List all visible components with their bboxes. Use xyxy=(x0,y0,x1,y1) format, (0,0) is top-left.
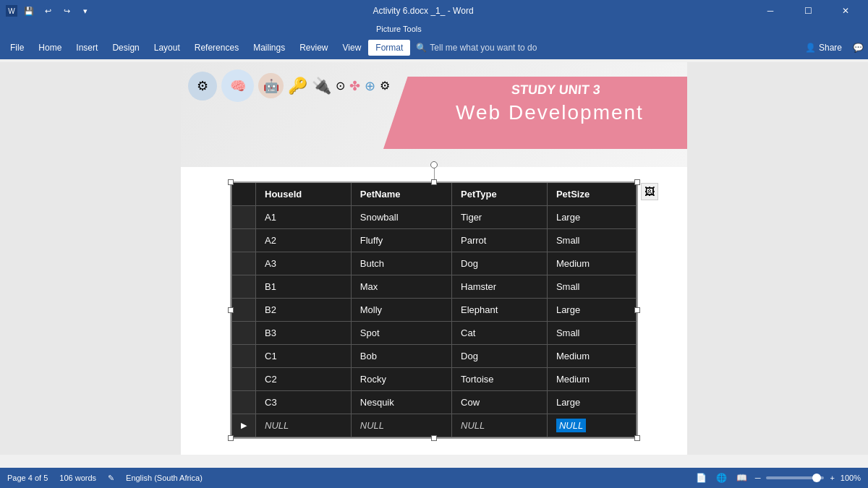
word-count: 106 words xyxy=(59,474,96,482)
cell-petsize: Large xyxy=(547,391,636,414)
tell-me-box[interactable]: 🔍 xyxy=(416,43,545,53)
col-petname: PetName xyxy=(351,183,451,206)
row-number xyxy=(232,391,256,414)
undo-button[interactable]: ↩ xyxy=(41,4,55,18)
table-header-row: HouseId PetName PetType PetSize xyxy=(232,183,637,206)
table-row: B2MollyElephantLarge xyxy=(232,299,637,322)
share-button[interactable]: 👤 Share xyxy=(799,40,848,56)
cell-petname: Snowball xyxy=(351,206,451,229)
handle-bot-right[interactable] xyxy=(634,435,640,441)
share-icon: 👤 xyxy=(805,43,816,53)
menu-references[interactable]: References xyxy=(187,40,246,56)
customize-button[interactable]: ▾ xyxy=(78,4,93,18)
table-row: A1SnowballTigerLarge xyxy=(232,206,637,229)
cell-houseid: A1 xyxy=(256,206,352,229)
track-changes-icon: ✎ xyxy=(108,474,114,483)
row-number xyxy=(232,345,256,368)
print-view-btn[interactable]: 📄 xyxy=(694,471,709,485)
close-button[interactable]: ✕ xyxy=(829,0,862,22)
web-view-btn[interactable]: 🌐 xyxy=(715,471,729,485)
header-icons: ⚙ 🧠 🤖 🔑 🔌 ⊙ ✤ ⊕ ⚙ xyxy=(181,62,397,109)
handle-top-right[interactable] xyxy=(634,179,640,185)
minimize-button[interactable]: ─ xyxy=(754,0,787,22)
cell-houseid: C2 xyxy=(256,368,352,391)
table-wrapper[interactable]: 🖼 HouseId PetName PetType PetSize A1Snow… xyxy=(230,181,638,439)
null-italic: NULL xyxy=(265,420,289,431)
cell-houseid: NULL xyxy=(256,414,352,437)
menu-design[interactable]: Design xyxy=(105,40,146,56)
read-view-btn[interactable]: 📖 xyxy=(735,471,749,485)
page: ⚙ 🧠 🤖 🔑 🔌 ⊙ ✤ ⊕ ⚙ STUDY UNIT 3 Web Devel… xyxy=(181,62,687,455)
tell-me-input[interactable] xyxy=(430,43,545,53)
handle-top-left[interactable] xyxy=(228,179,234,185)
icon-6: ⊙ xyxy=(336,79,345,93)
menu-format[interactable]: Format xyxy=(368,40,410,56)
icon-5: 🔌 xyxy=(312,77,331,95)
restore-button[interactable]: ☐ xyxy=(791,0,825,22)
header-right: 👤 Share 💬 xyxy=(799,40,865,56)
table-container: 🖼 HouseId PetName PetType PetSize A1Snow… xyxy=(181,167,687,453)
cell-pettype: Hamster xyxy=(452,275,548,299)
menu-file[interactable]: File xyxy=(3,40,31,56)
cell-pettype: Tortoise xyxy=(452,368,548,391)
handle-bot-mid[interactable] xyxy=(431,435,437,441)
zoom-thumb xyxy=(812,474,821,482)
document-area: ⚙ 🧠 🤖 🔑 🔌 ⊙ ✤ ⊕ ⚙ STUDY UNIT 3 Web Devel… xyxy=(0,62,868,455)
cell-pettype: Elephant xyxy=(452,299,548,322)
zoom-slider[interactable] xyxy=(766,476,824,479)
image-layout-icon[interactable]: 🖼 xyxy=(641,183,658,200)
cell-petsize: Small xyxy=(547,322,636,345)
icon-9: ⚙ xyxy=(380,79,390,93)
cell-houseid: C3 xyxy=(256,391,352,414)
cell-pettype: Parrot xyxy=(452,229,548,252)
icon-2: 🧠 xyxy=(221,69,254,102)
redo-button[interactable]: ↪ xyxy=(59,4,74,18)
null-italic: NULL xyxy=(360,420,384,431)
icon-7: ✤ xyxy=(349,78,360,94)
page-info: Page 4 of 5 xyxy=(7,474,48,482)
cell-pettype: NULL xyxy=(452,414,548,437)
menu-review[interactable]: Review xyxy=(292,40,335,56)
cell-petname: Fluffy xyxy=(351,229,451,252)
menu-home[interactable]: Home xyxy=(31,40,69,56)
data-table: HouseId PetName PetType PetSize A1Snowba… xyxy=(231,183,637,437)
title-bar: W 💾 ↩ ↪ ▾ Activity 6.docx _1_ - Word ─ ☐… xyxy=(0,0,868,22)
row-number xyxy=(232,229,256,252)
cell-pettype: Dog xyxy=(452,252,548,275)
handle-top-mid[interactable] xyxy=(431,179,437,185)
handle-mid-right[interactable] xyxy=(634,307,640,313)
menu-view[interactable]: View xyxy=(336,40,369,56)
col-houseid: HouseId xyxy=(256,183,352,206)
menu-insert[interactable]: Insert xyxy=(69,40,105,56)
cell-houseid: B3 xyxy=(256,322,352,345)
feedback-button[interactable]: 💬 xyxy=(851,40,865,55)
icon-8: ⊕ xyxy=(365,78,375,94)
cell-houseid: C1 xyxy=(256,345,352,368)
cell-pettype: Cat xyxy=(452,322,548,345)
cell-petname: NULL xyxy=(351,414,451,437)
icon-1: ⚙ xyxy=(188,72,217,100)
word-icon: W xyxy=(6,5,17,17)
cell-houseid: B1 xyxy=(256,275,352,299)
save-button[interactable]: 💾 xyxy=(22,4,36,18)
zoom-minus[interactable]: ─ xyxy=(755,474,761,482)
handle-mid-left[interactable] xyxy=(228,307,234,313)
menu-layout[interactable]: Layout xyxy=(147,40,187,56)
table-row: C3NesquikCowLarge xyxy=(232,391,637,414)
col-pettype: PetType xyxy=(452,183,548,206)
cell-petsize: Small xyxy=(547,275,636,299)
cell-petname: Spot xyxy=(351,322,451,345)
cell-petsize: Medium xyxy=(547,368,636,391)
row-number xyxy=(232,275,256,299)
zoom-plus[interactable]: + xyxy=(830,474,834,482)
rotate-handle[interactable] xyxy=(430,161,438,168)
pink-banner: STUDY UNIT 3 Web Development xyxy=(383,77,687,149)
web-dev-label: Web Development xyxy=(456,101,644,124)
handle-bot-left[interactable] xyxy=(228,435,234,441)
menu-mailings[interactable]: Mailings xyxy=(246,40,292,56)
null-highlighted: NULL xyxy=(556,419,586,432)
menu-bar: File Home Insert Design Layout Reference… xyxy=(0,36,868,59)
col-rownum xyxy=(232,183,256,206)
table-row: A3ButchDogMedium xyxy=(232,252,637,275)
row-number xyxy=(232,252,256,275)
